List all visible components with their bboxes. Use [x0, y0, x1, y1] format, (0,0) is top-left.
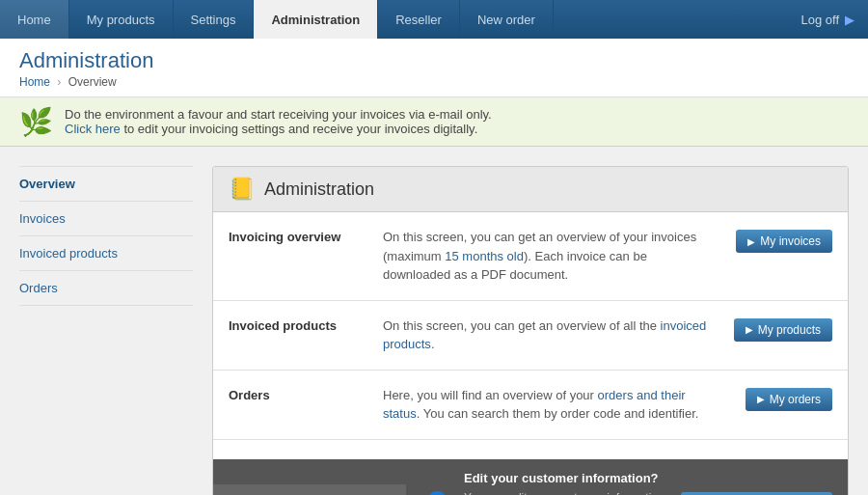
customer-footer-body: 👤 Edit your customer information? You ca…: [406, 459, 848, 496]
customer-footer-text: Edit your customer information? You can …: [464, 469, 669, 496]
nav-settings[interactable]: Settings: [174, 0, 255, 39]
leaf-icon: 🌿: [19, 109, 53, 136]
btn-arrow-icon: ▶: [747, 236, 755, 247]
binders-icon: 📒: [229, 177, 255, 202]
btn-arrow-icon3: ▶: [757, 394, 765, 404]
orders-desc: Here, you will find an overview of your …: [383, 386, 707, 424]
customer-footer-heading: Edit your customer information?: [464, 469, 669, 488]
customer-footer-description: You can edit your customer information v…: [464, 491, 665, 495]
sidebar: Overview Invoices Invoiced products Orde…: [19, 166, 193, 306]
my-products-button[interactable]: ▶ My products: [734, 318, 832, 342]
invoicing-overview-desc: On this screen, you can get an overview …: [383, 228, 707, 285]
my-invoices-button[interactable]: ▶ My invoices: [736, 230, 832, 253]
nav-my-products[interactable]: My products: [69, 0, 174, 39]
invoiced-products-section: Invoiced products On this screen, you ca…: [213, 301, 848, 371]
content-title: Administration: [264, 179, 374, 200]
sidebar-item-invoiced-products[interactable]: Invoiced products: [19, 236, 193, 271]
invoicing-overview-link[interactable]: 15 months old: [445, 249, 524, 263]
orders-action: ▶ My orders: [707, 386, 832, 411]
breadcrumb: Home › Overview: [19, 75, 849, 89]
logoff-button[interactable]: Log off ▶: [787, 0, 868, 39]
email-banner: 🌿 Do the environment a favour and start …: [0, 97, 868, 147]
invoicing-overview-section: Invoicing overview On this screen, you c…: [213, 212, 848, 301]
page-title: Administration: [19, 48, 849, 73]
nav-reseller[interactable]: Reseller: [378, 0, 460, 39]
content-area: 📒 Administration Invoicing overview On t…: [212, 166, 849, 495]
person-icon: 👤: [421, 490, 452, 495]
my-orders-button[interactable]: ▶ My orders: [746, 388, 832, 411]
nav-new-order[interactable]: New order: [460, 0, 554, 39]
invoicing-overview-label: Invoicing overview: [229, 228, 383, 244]
invoiced-products-action: ▶ My products: [707, 316, 832, 342]
sidebar-item-invoices[interactable]: Invoices: [19, 202, 193, 236]
banner-line1: Do the environment a favour and start re…: [65, 107, 492, 122]
top-navigation: Home My products Settings Administration…: [0, 0, 868, 39]
breadcrumb-current: Overview: [68, 75, 117, 89]
logoff-arrow-icon: ▶: [845, 13, 854, 27]
banner-text: Do the environment a favour and start re…: [65, 107, 492, 136]
page-header: Administration Home › Overview: [0, 39, 868, 97]
main-layout: Overview Invoices Invoiced products Orde…: [0, 147, 868, 495]
sidebar-item-overview[interactable]: Overview: [19, 166, 193, 202]
content-header: 📒 Administration: [213, 167, 848, 212]
invoiced-products-label: Invoiced products: [229, 316, 383, 333]
btn-arrow-icon2: ▶: [746, 324, 753, 335]
banner-link[interactable]: Click here: [65, 122, 121, 136]
invoicing-overview-action: ▶ My invoices: [707, 228, 832, 253]
customer-footer: Customer information 👤 Edit your custome…: [213, 459, 848, 496]
nav-home[interactable]: Home: [0, 0, 69, 39]
breadcrumb-home[interactable]: Home: [19, 75, 50, 89]
orders-link[interactable]: orders and their status: [383, 388, 686, 422]
orders-label: Orders: [229, 386, 383, 402]
invoiced-products-link[interactable]: invoiced products: [383, 318, 706, 352]
orders-section: Orders Here, you will find an overview o…: [213, 371, 848, 440]
customer-footer-label: Customer information: [213, 484, 406, 495]
banner-line2: to edit your invoicing settings and rece…: [121, 122, 477, 136]
sidebar-item-orders[interactable]: Orders: [19, 271, 193, 306]
breadcrumb-separator: ›: [57, 75, 61, 89]
invoiced-products-desc: On this screen, you can get an overview …: [383, 316, 707, 354]
nav-administration[interactable]: Administration: [254, 0, 378, 39]
